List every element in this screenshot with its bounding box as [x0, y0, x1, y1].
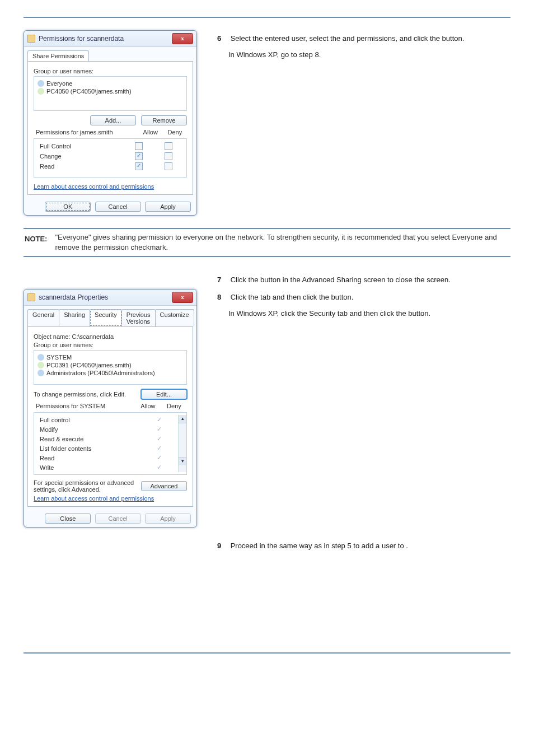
tab-previous-versions[interactable]: Previous Versions: [121, 309, 156, 326]
deny-header: Deny: [161, 402, 187, 410]
edit-button[interactable]: Edit...: [141, 389, 187, 399]
list-item: Administrators (PC4050\Administrators): [46, 370, 155, 376]
scroll-up-icon[interactable]: ▴: [179, 415, 186, 423]
allow-checkbox[interactable]: ✓: [135, 152, 143, 160]
perm-row: Full control: [38, 415, 150, 424]
group-icon: [38, 354, 44, 361]
object-name: Object name: C:\scannerdata: [34, 333, 187, 340]
perm-row: Write: [38, 463, 150, 472]
close-icon[interactable]: x: [172, 33, 193, 44]
allow-checkbox[interactable]: [135, 142, 143, 150]
perm-for-label: Permissions for james.smith: [34, 128, 138, 137]
user-icon: [38, 88, 44, 95]
change-perm-label: To change permissions, click Edit.: [34, 391, 126, 398]
deny-checkbox[interactable]: [165, 162, 172, 170]
tab-share-permissions[interactable]: Share Permissions: [27, 50, 89, 61]
close-button[interactable]: Close: [45, 514, 91, 524]
scroll-down-icon[interactable]: ▾: [179, 457, 186, 465]
tab-customize[interactable]: Customize: [155, 309, 194, 326]
group-user-label: Group or user names:: [34, 342, 187, 348]
cancel-button: Cancel: [95, 514, 141, 524]
special-perm-label: For special permissions or advanced sett…: [34, 479, 134, 493]
deny-checkbox[interactable]: [165, 152, 172, 160]
folder-icon: [27, 35, 35, 43]
perm-row: Modify: [38, 424, 150, 434]
tab-security[interactable]: Security: [90, 309, 122, 326]
perm-row: Read: [38, 453, 150, 463]
perm-for-label: Permissions for SYSTEM: [34, 402, 135, 410]
step-9: 9 Proceed in the same way as in step 5 t…: [217, 541, 510, 552]
perm-row: Read & execute: [38, 434, 150, 444]
user-list[interactable]: Everyone PC4050 (PC4050\james.smith): [34, 76, 187, 111]
step-7: 7 Click the button in the Advanced Shari…: [217, 275, 510, 286]
allow-check-icon: ✓: [157, 454, 162, 461]
list-item: Everyone: [46, 80, 72, 87]
allow-header: Allow: [135, 402, 161, 410]
close-icon[interactable]: x: [172, 292, 193, 303]
step-6: 6 Select the entered user, select the an…: [217, 34, 510, 60]
tab-general[interactable]: General: [27, 309, 59, 326]
tab-sharing[interactable]: Sharing: [59, 309, 90, 326]
help-link[interactable]: Learn about access control and permissio…: [34, 183, 154, 190]
list-item: PC4050 (PC4050\james.smith): [46, 88, 132, 95]
allow-check-icon: ✓: [157, 416, 162, 423]
apply-button[interactable]: Apply: [145, 202, 191, 212]
help-link[interactable]: Learn about access control and permissio…: [34, 495, 154, 502]
allow-check-icon: ✓: [157, 426, 162, 432]
allow-check-icon: ✓: [157, 464, 162, 470]
cancel-button[interactable]: Cancel: [95, 202, 141, 212]
dialog-title: Permissions for scannerdata: [39, 35, 172, 43]
remove-button[interactable]: Remove: [141, 115, 187, 125]
allow-check-icon: ✓: [157, 445, 162, 451]
add-button[interactable]: Add...: [90, 115, 136, 125]
allow-check-icon: ✓: [157, 435, 162, 442]
group-user-label: Group or user names:: [34, 68, 187, 74]
perm-row: Change: [38, 151, 124, 161]
allow-header: Allow: [138, 128, 163, 137]
note-text: "Everyone" gives sharing permission to e…: [55, 232, 510, 253]
ok-button[interactable]: OK: [45, 202, 91, 212]
permissions-dialog: Permissions for scannerdata x Share Perm…: [24, 30, 197, 216]
group-icon: [38, 80, 44, 87]
deny-header: Deny: [163, 128, 187, 137]
list-item: PC0391 (PC4050\james.smith): [46, 362, 132, 368]
list-item: SYSTEM: [46, 354, 72, 361]
user-icon: [38, 362, 44, 368]
allow-checkbox[interactable]: ✓: [135, 162, 143, 170]
perm-row: List folder contents: [38, 444, 150, 453]
user-list[interactable]: SYSTEM PC0391 (PC4050\james.smith) Admin…: [34, 350, 187, 385]
dialog-title: scannerdata Properties: [39, 293, 172, 301]
step-8: 8 Click the tab and then click the butto…: [217, 292, 510, 319]
note-label: NOTE:: [24, 232, 55, 243]
apply-button: Apply: [145, 514, 191, 524]
advanced-button[interactable]: Advanced: [141, 481, 187, 491]
properties-dialog: scannerdata Properties x General Sharing…: [24, 289, 197, 528]
folder-icon: [27, 293, 35, 301]
perm-row: Full Control: [38, 141, 124, 151]
perm-row: Read: [38, 161, 124, 171]
deny-checkbox[interactable]: [165, 142, 172, 150]
group-icon: [38, 370, 44, 376]
